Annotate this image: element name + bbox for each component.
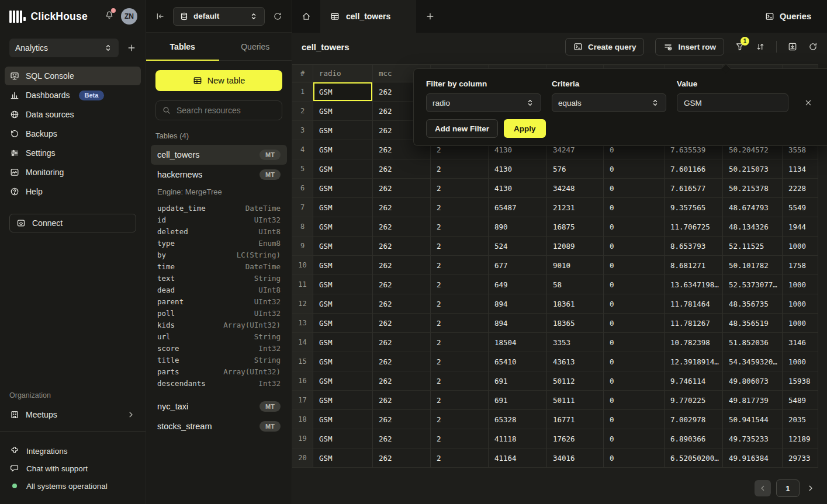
grid-cell[interactable]: 21231: [547, 198, 604, 217]
grid-cell[interactable]: 51.852036: [723, 333, 783, 352]
grid-cell[interactable]: 7.616577: [665, 179, 723, 198]
grid-cell[interactable]: 65328: [489, 410, 547, 429]
grid-cell[interactable]: 2: [431, 449, 489, 468]
grid-cell[interactable]: 50.941544: [723, 410, 783, 429]
grid-cell[interactable]: 1000: [783, 294, 818, 314]
new-table-button[interactable]: New table: [155, 70, 282, 91]
row-number[interactable]: 9: [292, 237, 313, 256]
grid-cell[interactable]: 0: [604, 256, 665, 275]
grid-cell[interactable]: 0: [604, 237, 665, 256]
refresh-tables-icon[interactable]: [273, 12, 282, 21]
avatar[interactable]: ZN: [121, 8, 137, 25]
grid-cell[interactable]: 0: [604, 314, 665, 333]
grid-cell[interactable]: 0: [604, 198, 665, 217]
grid-cell[interactable]: 1000: [783, 314, 818, 333]
grid-cell[interactable]: 890: [489, 217, 547, 237]
grid-cell[interactable]: 2: [431, 179, 489, 198]
grid-cell[interactable]: 0: [604, 179, 665, 198]
row-number[interactable]: 13: [292, 314, 313, 333]
collapse-sidebar-icon[interactable]: [155, 12, 165, 21]
grid-cell[interactable]: 1000: [783, 237, 818, 256]
grid-cell[interactable]: 0: [604, 217, 665, 237]
grid-cell[interactable]: 2035: [783, 410, 818, 429]
grid-cell[interactable]: GSM: [313, 256, 373, 275]
grid-cell[interactable]: GSM: [313, 314, 373, 333]
row-number[interactable]: 5: [292, 159, 313, 179]
filter-button[interactable]: 1: [735, 42, 745, 51]
row-number[interactable]: 18: [292, 410, 313, 429]
grid-cell[interactable]: GSM: [313, 121, 373, 140]
grid-cell[interactable]: 29733: [783, 449, 818, 468]
grid-cell[interactable]: GSM: [313, 449, 373, 468]
grid-cell[interactable]: 8.681271: [665, 256, 723, 275]
grid-cell[interactable]: 12089: [547, 237, 604, 256]
row-number[interactable]: 16: [292, 371, 313, 391]
grid-cell[interactable]: 1134: [783, 159, 818, 179]
grid-cell[interactable]: 9.357565: [665, 198, 723, 217]
grid-cell[interactable]: 2: [431, 410, 489, 429]
grid-cell[interactable]: 50112: [547, 371, 604, 391]
grid-cell[interactable]: 5549: [783, 198, 818, 217]
grid-cell[interactable]: GSM: [313, 102, 373, 121]
sidebar-item-data-sources[interactable]: Data sources: [5, 105, 141, 124]
grid-cell[interactable]: GSM: [313, 179, 373, 198]
footer-item-integrations[interactable]: Integrations: [0, 442, 146, 460]
table-item-cell_towers[interactable]: cell_towersMT: [151, 145, 287, 165]
sidebar-item-meetups[interactable]: Meetups: [5, 405, 141, 424]
grid-cell[interactable]: 4130: [489, 159, 547, 179]
grid-cell[interactable]: 17626: [547, 429, 604, 449]
grid-cell[interactable]: 58: [547, 275, 604, 294]
row-number[interactable]: 17: [292, 391, 313, 410]
grid-cell[interactable]: 13.6347198…: [665, 275, 723, 294]
grid-cell[interactable]: GSM: [313, 140, 373, 159]
table-item-hackernews[interactable]: hackernewsMT: [151, 165, 287, 185]
add-workspace-button[interactable]: [127, 43, 136, 53]
grid-cell[interactable]: 50.215073: [723, 159, 783, 179]
prev-page-button[interactable]: [755, 480, 771, 496]
grid-cell[interactable]: 262: [373, 314, 431, 333]
grid-cell[interactable]: 1944: [783, 217, 818, 237]
grid-cell[interactable]: 41118: [489, 429, 547, 449]
row-number[interactable]: 12: [292, 294, 313, 314]
grid-cell[interactable]: 2: [431, 314, 489, 333]
grid-cell[interactable]: 262: [373, 198, 431, 217]
row-number[interactable]: 1: [292, 82, 313, 102]
grid-cell[interactable]: GSM: [313, 391, 373, 410]
grid-cell[interactable]: 10.782398: [665, 333, 723, 352]
filter-column-select[interactable]: radio: [426, 93, 541, 112]
grid-cell[interactable]: 50.101782: [723, 256, 783, 275]
row-number[interactable]: 15: [292, 352, 313, 371]
grid-cell[interactable]: 262: [373, 179, 431, 198]
grid-cell[interactable]: 15938: [783, 371, 818, 391]
tab-queries[interactable]: Queries: [219, 33, 292, 60]
grid-cell[interactable]: 7.002978: [665, 410, 723, 429]
grid-cell[interactable]: GSM: [313, 82, 373, 102]
filter-value-input[interactable]: [677, 93, 788, 112]
grid-cell[interactable]: 0: [604, 352, 665, 371]
grid-cell[interactable]: 0: [604, 449, 665, 468]
grid-cell[interactable]: 262: [373, 256, 431, 275]
grid-cell[interactable]: 2: [431, 159, 489, 179]
sidebar-item-sql-console[interactable]: SQL Console: [5, 67, 141, 85]
grid-cell[interactable]: 11.781464: [665, 294, 723, 314]
column-header[interactable]: radio: [313, 64, 373, 82]
insert-row-button[interactable]: Insert row: [655, 38, 724, 55]
grid-cell[interactable]: 2: [431, 352, 489, 371]
grid-cell[interactable]: 7.601166: [665, 159, 723, 179]
grid-cell[interactable]: 691: [489, 391, 547, 410]
current-page[interactable]: 1: [776, 479, 800, 497]
grid-cell[interactable]: 48.356519: [723, 314, 783, 333]
grid-cell[interactable]: 52.11525: [723, 237, 783, 256]
download-button[interactable]: [788, 42, 797, 51]
row-number[interactable]: 11: [292, 275, 313, 294]
grid-cell[interactable]: 0: [604, 410, 665, 429]
grid-cell[interactable]: 2: [431, 294, 489, 314]
add-new-filter-button[interactable]: Add new Filter: [426, 119, 498, 138]
grid-cell[interactable]: GSM: [313, 217, 373, 237]
grid-cell[interactable]: 4130: [489, 179, 547, 198]
row-number[interactable]: 2: [292, 102, 313, 121]
grid-cell[interactable]: 0: [604, 159, 665, 179]
row-number[interactable]: 14: [292, 333, 313, 352]
grid-cell[interactable]: 262: [373, 429, 431, 449]
grid-cell[interactable]: 2: [431, 217, 489, 237]
